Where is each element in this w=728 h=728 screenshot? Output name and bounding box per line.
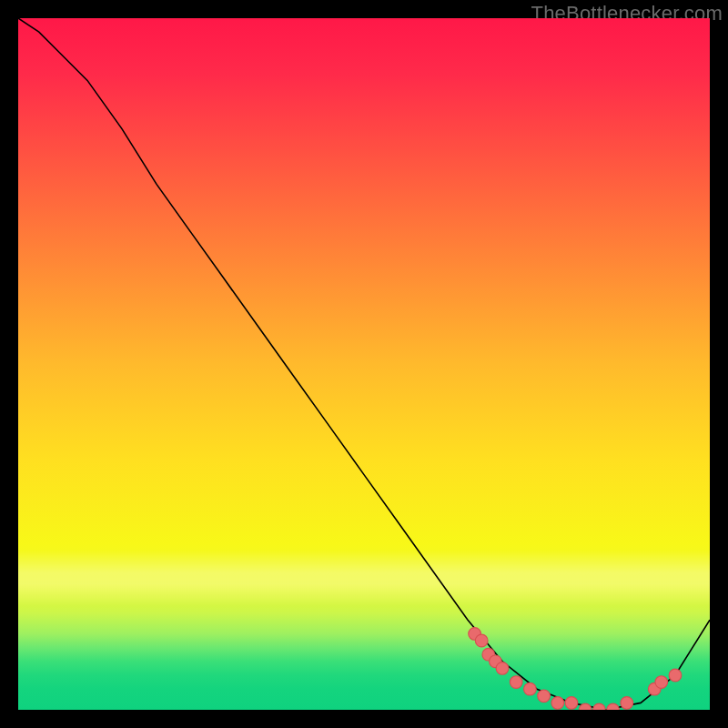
curve-marker <box>538 690 551 703</box>
curve-marker <box>510 676 522 689</box>
curve-marker <box>593 703 606 710</box>
curve-marker <box>524 682 537 695</box>
plot-area <box>18 18 710 710</box>
marker-layer <box>469 628 682 710</box>
curve-marker <box>475 634 488 647</box>
curve-marker <box>669 669 682 682</box>
curve-marker <box>655 676 668 689</box>
curve-marker <box>607 703 620 710</box>
curve-marker <box>565 697 578 710</box>
curve-layer <box>18 18 710 710</box>
curve-marker <box>551 697 564 710</box>
curve-marker <box>496 662 509 675</box>
chart-stage: TheBottlenecker.com <box>0 0 728 728</box>
curve-marker <box>621 697 633 710</box>
bottleneck-curve <box>18 18 710 710</box>
